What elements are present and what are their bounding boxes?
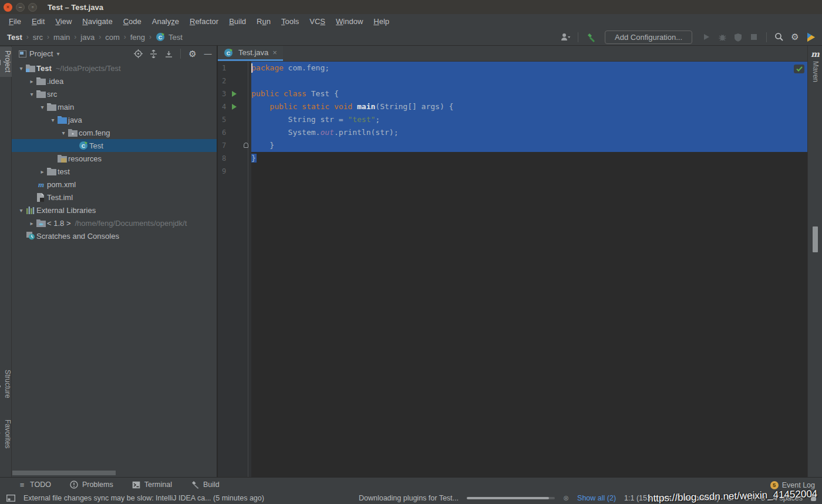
menu-item[interactable]: Run xyxy=(251,17,276,26)
menu-item[interactable]: File xyxy=(4,17,26,26)
hide-panel-icon[interactable]: — xyxy=(203,49,213,59)
code-line[interactable]: } xyxy=(251,139,807,152)
chevron-right-icon[interactable]: ▸ xyxy=(38,168,47,175)
run-arrow-icon[interactable] xyxy=(232,91,237,97)
breadcrumb-item[interactable]: feng xyxy=(129,33,146,42)
inspections-ok-icon[interactable] xyxy=(794,65,804,73)
menu-item[interactable]: Navigate xyxy=(77,17,117,26)
menu-item[interactable]: Tools xyxy=(276,17,304,26)
gutter-row[interactable]: 2 xyxy=(218,75,251,87)
menu-item[interactable]: VCS xyxy=(304,17,331,26)
gutter-fold-end-icon[interactable] xyxy=(244,143,248,148)
gutter-row[interactable]: 6 xyxy=(218,126,251,139)
tool-stripe-tab-structure[interactable]: Structure xyxy=(0,370,12,398)
code-line[interactable]: public static void main(String[] args) { xyxy=(251,100,807,113)
code-line[interactable]: public class Test { xyxy=(251,87,807,100)
chevron-down-icon[interactable]: ▾ xyxy=(16,207,26,214)
menu-item[interactable]: Window xyxy=(331,17,368,26)
menu-item[interactable]: Help xyxy=(368,17,395,26)
lock-icon[interactable] xyxy=(811,495,816,501)
project-panel-title[interactable]: Project xyxy=(29,49,53,58)
tree-row[interactable]: ▾src xyxy=(12,87,217,100)
tree-row[interactable]: ▸test xyxy=(12,165,217,178)
gutter-row[interactable]: 7 xyxy=(218,139,251,152)
toolwindow-button-terminal[interactable]: Terminal xyxy=(132,481,172,489)
breadcrumb-item[interactable]: Test xyxy=(6,33,23,42)
gutter-row[interactable]: 9 xyxy=(218,165,251,178)
stop-icon[interactable] xyxy=(749,32,759,42)
indent-setting[interactable]: 4 spaces xyxy=(773,494,803,502)
chevron-down-icon[interactable]: ▾ xyxy=(27,91,36,97)
tree-row[interactable]: ▸.idea xyxy=(12,75,217,87)
chevron-right-icon[interactable]: ▸ xyxy=(27,220,36,226)
show-all-link[interactable]: Show all (2) xyxy=(577,494,616,502)
chevron-down-icon[interactable]: ▾ xyxy=(59,130,68,136)
tree-row[interactable]: ▾com.feng xyxy=(12,126,217,139)
code-line[interactable] xyxy=(251,75,807,87)
chevron-down-icon[interactable]: ▾ xyxy=(56,50,59,57)
tree-row[interactable]: mpom.xml xyxy=(12,178,217,191)
line-separator[interactable]: LF xyxy=(727,494,736,502)
code-line[interactable]: } xyxy=(251,152,807,165)
tool-stripe-tab-project[interactable]: Project xyxy=(0,47,12,77)
coverage-icon[interactable] xyxy=(733,32,743,42)
cancel-progress-icon[interactable]: ⊗ xyxy=(563,494,569,502)
tree-row[interactable]: ▾External Libraries xyxy=(12,204,217,217)
tree-row[interactable]: ▸< 1.8 >/home/feng/Documents/openjdk/t xyxy=(12,217,217,229)
tree-row[interactable]: ▾Test~/IdeaProjects/Test xyxy=(12,62,217,75)
stripe-scrollbar-thumb[interactable] xyxy=(813,226,818,252)
gutter-row[interactable]: 3 xyxy=(218,87,251,100)
breadcrumb-item[interactable]: com xyxy=(104,33,121,42)
breadcrumb-item[interactable]: src xyxy=(32,33,44,42)
code-line[interactable] xyxy=(251,165,807,178)
tree-row[interactable]: CTest xyxy=(12,139,217,152)
menu-item[interactable]: Refactor xyxy=(184,17,224,26)
expand-all-icon[interactable] xyxy=(148,49,159,59)
toolwindow-button-problems[interactable]: Problems xyxy=(70,481,113,489)
tree-row[interactable]: Test.iml xyxy=(12,191,217,204)
collapse-all-icon[interactable] xyxy=(163,49,174,59)
status-notification[interactable]: External file changes sync may be slow: … xyxy=(23,494,351,502)
gutter-row[interactable]: 8 xyxy=(218,152,251,165)
gutter-row[interactable]: 1 xyxy=(218,62,251,75)
horizontal-scrollbar[interactable] xyxy=(12,471,116,475)
toolwindow-button-todo[interactable]: ≡TODO xyxy=(18,481,51,489)
window-minimize-button[interactable]: – xyxy=(16,3,25,12)
breadcrumb-item[interactable]: main xyxy=(52,33,71,42)
settings-gear-icon[interactable]: ⚙ xyxy=(790,32,800,42)
toolwindow-button-build[interactable]: Build xyxy=(191,481,220,489)
tree-row[interactable]: resources xyxy=(12,152,217,165)
close-tab-icon[interactable]: × xyxy=(272,48,277,57)
window-maximize-button[interactable]: ▫ xyxy=(28,3,37,12)
tree-row[interactable]: ▾main xyxy=(12,100,217,113)
user-dropdown-icon[interactable] xyxy=(560,32,571,42)
search-everywhere-icon[interactable] xyxy=(774,32,784,42)
tool-stripe-tab-maven[interactable]: m Maven xyxy=(808,49,822,82)
run-arrow-icon[interactable] xyxy=(232,104,237,110)
code-line[interactable]: System.out.println(str); xyxy=(251,126,807,139)
menu-item[interactable]: Code xyxy=(118,17,147,26)
window-close-button[interactable]: × xyxy=(4,3,12,12)
debug-icon[interactable] xyxy=(717,32,727,42)
menu-item[interactable]: View xyxy=(50,17,77,26)
tree-row[interactable]: Scratches and Consoles xyxy=(12,229,217,242)
event-log-button[interactable]: 5 Event Log xyxy=(770,478,815,492)
editor-tab-testjava[interactable]: C Test.java × xyxy=(218,46,283,61)
file-encoding[interactable]: UTF-8 xyxy=(744,494,765,502)
breadcrumb-item[interactable]: Test xyxy=(167,33,184,42)
breadcrumb-item[interactable]: java xyxy=(79,33,96,42)
ide-features-trainer-icon[interactable] xyxy=(806,32,816,42)
toggle-toolwindows-icon[interactable] xyxy=(6,493,15,503)
run-icon[interactable] xyxy=(701,32,712,42)
chevron-down-icon[interactable]: ▾ xyxy=(16,65,26,72)
menu-item[interactable]: Build xyxy=(224,17,251,26)
code-area[interactable]: 123456789 package com.feng;public class … xyxy=(218,62,807,477)
caret-position[interactable]: 1:1 (153 chars, 7 line breaks) xyxy=(624,494,719,502)
build-hammer-icon[interactable] xyxy=(585,32,596,42)
menu-item[interactable]: Analyze xyxy=(147,17,184,26)
code-line[interactable]: package com.feng; xyxy=(251,62,807,75)
chevron-down-icon[interactable]: ▾ xyxy=(38,104,47,110)
menu-item[interactable]: Edit xyxy=(26,17,50,26)
tree-row[interactable]: ▾java xyxy=(12,113,217,126)
add-configuration-button[interactable]: Add Configuration... xyxy=(605,31,692,44)
